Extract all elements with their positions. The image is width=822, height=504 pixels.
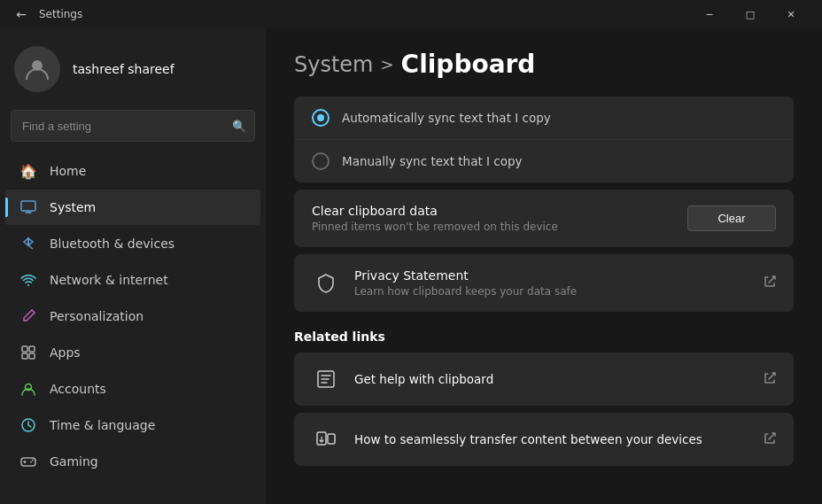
apps-icon bbox=[19, 344, 37, 361]
user-profile: tashreef shareef bbox=[0, 35, 266, 110]
svg-rect-14 bbox=[328, 434, 335, 444]
sidebar-item-accounts[interactable]: Accounts bbox=[5, 371, 260, 407]
help-icon bbox=[312, 365, 340, 393]
svg-rect-1 bbox=[21, 201, 35, 211]
sidebar-item-network-label: Network & internet bbox=[50, 273, 168, 287]
radio-auto[interactable] bbox=[312, 109, 330, 127]
transfer-card: How to seamlessly transfer content betwe… bbox=[294, 413, 794, 466]
privacy-external-icon bbox=[764, 275, 776, 291]
svg-rect-4 bbox=[29, 346, 35, 352]
accounts-icon bbox=[19, 380, 37, 398]
help-link[interactable]: Get help with clipboard bbox=[294, 353, 794, 406]
sidebar-item-gaming-label: Gaming bbox=[50, 454, 98, 469]
privacy-icon bbox=[312, 269, 340, 298]
close-button[interactable]: ✕ bbox=[771, 0, 811, 28]
clear-description: Pinned items won't be removed on this de… bbox=[312, 221, 558, 233]
svg-point-2 bbox=[27, 284, 29, 286]
sync-manual-label: Manually sync text that I copy bbox=[342, 154, 523, 168]
help-link-title: Get help with clipboard bbox=[354, 372, 749, 386]
gaming-icon bbox=[19, 453, 37, 470]
sidebar-item-home-label: Home bbox=[50, 164, 86, 178]
sidebar-item-personalization-label: Personalization bbox=[50, 309, 143, 323]
nav-list: 🏠 Home System B bbox=[0, 152, 266, 480]
clear-clipboard-card: Clear clipboard data Pinned items won't … bbox=[294, 190, 794, 247]
clear-button[interactable]: Clear bbox=[687, 205, 776, 231]
clear-info: Clear clipboard data Pinned items won't … bbox=[312, 204, 558, 233]
privacy-info: Privacy Statement Learn how clipboard ke… bbox=[354, 268, 577, 298]
help-card: Get help with clipboard bbox=[294, 353, 794, 406]
related-links-label: Related links bbox=[294, 330, 794, 344]
svg-point-10 bbox=[30, 461, 32, 463]
home-icon: 🏠 bbox=[19, 162, 37, 180]
svg-rect-5 bbox=[22, 353, 27, 359]
radio-manual[interactable] bbox=[312, 152, 330, 170]
sidebar-item-bluetooth[interactable]: Bluetooth & devices bbox=[5, 226, 260, 261]
sidebar-item-network[interactable]: Network & internet bbox=[5, 262, 260, 298]
breadcrumb-separator: > bbox=[381, 55, 394, 74]
sync-options-card: Automatically sync text that I copy Manu… bbox=[294, 97, 794, 182]
sidebar-item-system-label: System bbox=[50, 200, 96, 214]
sync-option-manual[interactable]: Manually sync text that I copy bbox=[294, 139, 794, 182]
sidebar: tashreef shareef 🔍 🏠 Home System bbox=[0, 28, 266, 504]
sidebar-item-apps[interactable]: Apps bbox=[5, 335, 260, 370]
search-box: 🔍 bbox=[11, 110, 255, 142]
system-icon bbox=[19, 198, 37, 216]
sidebar-item-time-label: Time & language bbox=[50, 418, 155, 432]
privacy-description: Learn how clipboard keeps your data safe bbox=[354, 285, 577, 298]
sidebar-item-gaming[interactable]: Gaming bbox=[5, 444, 260, 479]
svg-rect-3 bbox=[22, 346, 27, 352]
privacy-row[interactable]: Privacy Statement Learn how clipboard ke… bbox=[294, 254, 794, 312]
network-icon bbox=[19, 271, 37, 289]
sidebar-item-apps-label: Apps bbox=[50, 345, 81, 360]
app-title: Settings bbox=[39, 8, 689, 20]
search-icon: 🔍 bbox=[232, 120, 246, 133]
svg-rect-6 bbox=[29, 353, 35, 359]
breadcrumb-current: Clipboard bbox=[401, 50, 536, 79]
sync-option-auto[interactable]: Automatically sync text that I copy bbox=[294, 97, 794, 139]
transfer-icon bbox=[312, 425, 340, 454]
main-layout: tashreef shareef 🔍 🏠 Home System bbox=[0, 28, 822, 504]
privacy-title: Privacy Statement bbox=[354, 268, 577, 283]
window-controls: ─ □ ✕ bbox=[689, 0, 811, 28]
search-input[interactable] bbox=[11, 110, 255, 142]
clear-title: Clear clipboard data bbox=[312, 204, 558, 218]
time-icon bbox=[19, 416, 37, 434]
transfer-link[interactable]: How to seamlessly transfer content betwe… bbox=[294, 413, 794, 466]
svg-point-11 bbox=[32, 460, 34, 461]
help-external-icon bbox=[764, 372, 776, 387]
content-inner: System > Clipboard Automatically sync te… bbox=[266, 28, 822, 501]
back-button[interactable]: ← bbox=[11, 4, 32, 25]
sidebar-item-system[interactable]: System bbox=[5, 190, 260, 225]
sidebar-item-home[interactable]: 🏠 Home bbox=[5, 153, 260, 189]
minimize-button[interactable]: ─ bbox=[689, 0, 730, 28]
personalization-icon bbox=[19, 307, 37, 325]
avatar bbox=[14, 46, 60, 92]
sidebar-item-bluetooth-label: Bluetooth & devices bbox=[50, 236, 174, 251]
bluetooth-icon bbox=[19, 235, 37, 252]
maximize-button[interactable]: □ bbox=[730, 0, 771, 28]
sidebar-item-accounts-label: Accounts bbox=[50, 382, 106, 396]
sync-auto-label: Automatically sync text that I copy bbox=[342, 111, 551, 125]
sidebar-item-personalization[interactable]: Personalization bbox=[5, 299, 260, 334]
user-name: tashreef shareef bbox=[73, 62, 174, 76]
sidebar-item-time[interactable]: Time & language bbox=[5, 407, 260, 443]
breadcrumb: System > Clipboard bbox=[294, 50, 794, 79]
clear-row: Clear clipboard data Pinned items won't … bbox=[294, 190, 794, 247]
titlebar: ← Settings ─ □ ✕ bbox=[0, 0, 822, 28]
content-area: System > Clipboard Automatically sync te… bbox=[266, 28, 822, 504]
privacy-card: Privacy Statement Learn how clipboard ke… bbox=[294, 254, 794, 312]
transfer-external-icon bbox=[764, 432, 776, 447]
breadcrumb-parent: System bbox=[294, 52, 374, 77]
transfer-link-title: How to seamlessly transfer content betwe… bbox=[354, 432, 749, 446]
